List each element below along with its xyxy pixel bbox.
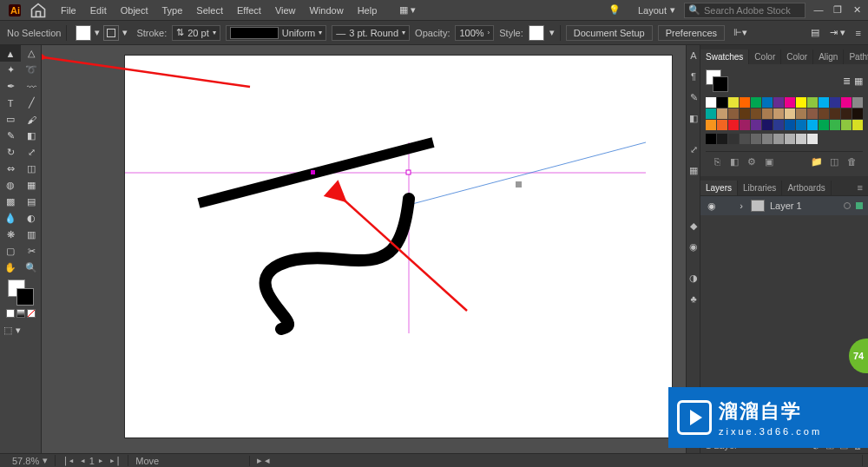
shape-builder-tool[interactable]: ◍ — [0, 177, 21, 194]
swatch-cell[interactable] — [706, 109, 716, 119]
status-scroll[interactable]: ▸ ◂ — [250, 455, 863, 466]
swatch-cell[interactable] — [841, 97, 852, 108]
swatch-cell[interactable] — [762, 120, 773, 130]
swatch-new-folder-icon[interactable]: 📁 — [811, 155, 823, 168]
swatch-cell[interactable] — [796, 109, 806, 119]
symbol-sprayer-tool[interactable]: ❋ — [0, 227, 21, 243]
swatch-cell[interactable] — [717, 97, 727, 108]
graph-tool[interactable]: ▥ — [21, 227, 42, 243]
preferences-button[interactable]: Preferences — [658, 25, 725, 41]
swatch-cell[interactable] — [773, 120, 784, 130]
zoom-caret[interactable]: ▾ — [43, 455, 48, 466]
stroke-swatch[interactable] — [103, 25, 119, 41]
layer-select-square[interactable] — [856, 202, 863, 209]
swatch-gray-cell[interactable] — [740, 134, 750, 144]
direct-selection-tool[interactable]: △ — [21, 45, 42, 62]
swatch-cell[interactable] — [773, 109, 784, 119]
swatch-gray-cell[interactable] — [717, 134, 727, 144]
rectangle-tool[interactable]: ▭ — [0, 111, 21, 128]
menu-object[interactable]: Object — [114, 5, 155, 16]
swatch-gray-cell[interactable] — [785, 134, 795, 144]
control-overflow-icon[interactable]: ▤ — [811, 27, 819, 38]
swatch-cell[interactable] — [830, 109, 840, 119]
swatch-cell[interactable] — [773, 97, 784, 108]
control-arrange-icon[interactable]: ⇥ ▾ — [830, 27, 845, 38]
color-mode-gradient[interactable] — [16, 309, 25, 318]
swatch-gray-cell[interactable] — [751, 134, 761, 144]
swatch-cell[interactable] — [841, 120, 852, 130]
swatch-cell[interactable] — [852, 109, 863, 119]
shaper-tool[interactable]: ✎ — [0, 128, 21, 144]
swatch-cell[interactable] — [819, 97, 829, 108]
paintbrush-tool[interactable]: 🖌 — [21, 111, 42, 128]
magic-wand-tool[interactable]: ✦ — [0, 62, 21, 78]
dock-actions-icon[interactable]: ▦ — [687, 160, 700, 181]
pen-tool[interactable]: ✒ — [0, 78, 21, 95]
swatch-show-icon[interactable]: ◧ — [728, 155, 740, 168]
menu-type[interactable]: Type — [155, 5, 190, 16]
window-restore[interactable]: ❐ — [832, 4, 844, 16]
swatch-cell[interactable] — [785, 97, 795, 108]
layer-visibility-icon[interactable]: ◉ — [706, 201, 718, 212]
swatch-cell[interactable] — [762, 97, 773, 108]
dock-character-icon[interactable]: A — [687, 45, 700, 66]
swatch-cell[interactable] — [852, 97, 863, 108]
swatch-gray-cell[interactable] — [796, 134, 806, 144]
tab-color[interactable]: Color — [749, 49, 781, 64]
swatch-cell[interactable] — [751, 97, 761, 108]
rotate-tool[interactable]: ↻ — [0, 144, 21, 161]
swatch-cell[interactable] — [728, 109, 739, 119]
swatch-group-icon[interactable]: ▣ — [763, 155, 775, 168]
swatch-view-grid-icon[interactable]: ▦ — [854, 76, 863, 87]
window-minimize[interactable]: — — [812, 4, 825, 16]
stroke-weight-field[interactable]: ⇅20 pt▾ — [172, 25, 220, 41]
menu-help[interactable]: Help — [351, 5, 385, 16]
tab-color-guide[interactable]: Color — [781, 49, 813, 64]
curvature-tool[interactable]: 〰 — [21, 78, 42, 95]
swatch-cell[interactable] — [819, 120, 829, 130]
swatch-cell[interactable] — [807, 109, 818, 119]
artboard[interactable] — [125, 56, 672, 437]
hint-bulb-icon[interactable]: 💡 — [600, 4, 629, 16]
swatch-cell[interactable] — [785, 109, 795, 119]
slice-tool[interactable]: ✂ — [21, 243, 42, 260]
dock-asset-icon[interactable]: ◉ — [687, 236, 700, 257]
tab-libraries[interactable]: Libraries — [738, 181, 782, 195]
artboard-tool[interactable]: ▢ — [0, 243, 21, 260]
change-screen-icon[interactable]: ▾ — [16, 325, 21, 336]
swatch-gray-cell[interactable] — [762, 134, 773, 144]
eraser-tool[interactable]: ◧ — [21, 128, 42, 144]
dock-symbols-icon[interactable]: ◆ — [687, 215, 700, 236]
swatch-cell[interactable] — [728, 97, 739, 108]
swatch-cell[interactable] — [852, 120, 863, 130]
workspace-switcher[interactable]: Layout ▾ — [629, 4, 684, 16]
artboard-nav[interactable]: |◂ ◂ 1 ▸ ▸| — [56, 455, 128, 466]
swatch-cell[interactable] — [706, 97, 716, 108]
line-tool[interactable]: ╱ — [21, 95, 42, 111]
type-tool[interactable]: T — [0, 95, 21, 111]
menu-select[interactable]: Select — [189, 5, 230, 16]
swatch-cell[interactable] — [717, 109, 727, 119]
lasso-tool[interactable]: ➰ — [21, 62, 42, 78]
swatch-cell[interactable] — [740, 97, 750, 108]
swatch-gray-cell[interactable] — [728, 134, 739, 144]
swatch-cell[interactable] — [785, 120, 795, 130]
color-mode-none[interactable] — [27, 309, 36, 318]
stroke-profile-field[interactable]: Uniform▾ — [226, 25, 327, 41]
zoom-tool[interactable]: 🔍 — [21, 260, 42, 276]
swatch-cell[interactable] — [796, 97, 806, 108]
swatch-cell[interactable] — [717, 120, 727, 130]
layers-panel-menu-icon[interactable]: ≡ — [852, 180, 868, 195]
eyedropper-tool[interactable]: 💧 — [0, 210, 21, 227]
search-input[interactable]: 🔍 Search Adobe Stock — [684, 3, 806, 18]
layer-target-icon[interactable] — [844, 202, 851, 209]
dock-graphic-styles-icon[interactable]: ♣ — [687, 288, 700, 309]
fill-swatch[interactable] — [76, 25, 91, 41]
swatch-cell[interactable] — [740, 120, 750, 130]
fill-caret[interactable]: ▾ — [95, 27, 100, 38]
screen-mode-icon[interactable]: ⬚ — [3, 325, 12, 336]
swatch-gray-cell[interactable] — [706, 134, 716, 144]
menu-effect[interactable]: Effect — [230, 5, 268, 16]
opacity-field[interactable]: 100%› — [455, 25, 494, 41]
graphic-style-swatch[interactable] — [529, 25, 544, 41]
